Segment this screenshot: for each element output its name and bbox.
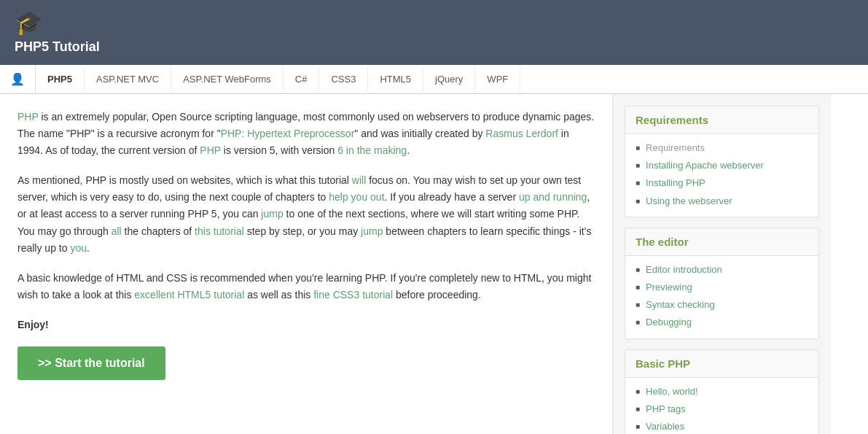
sidebar-link-php-tags: PHP tags [646,403,686,416]
php-link-2[interactable]: PHP: Hypertext Preprocessor [221,128,355,139]
user-icon[interactable]: 👤 [0,65,36,93]
list-item[interactable]: ■ Using the webserver [636,195,808,208]
list-item[interactable]: ■ Installing Apache webserver [636,159,808,172]
php6-link[interactable]: 6 in the making [337,144,407,156]
bullet-icon: ■ [636,283,640,291]
list-item[interactable]: ■ Variables [636,420,808,433]
bullet-icon: ■ [636,318,640,326]
list-item[interactable]: ■ Requirements [636,142,808,155]
sidebar-section-editor: The editor ■ Editor introduction ■ Previ… [625,228,819,339]
sidebar-link-editor-intro: Editor introduction [646,263,722,276]
sidebar-body-requirements: ■ Requirements ■ Installing Apache webse… [625,134,818,217]
sidebar-section-requirements: Requirements ■ Requirements ■ Installing… [625,106,819,217]
sidebar-link-hello-world: Hello, world! [646,385,698,398]
paragraph-3: A basic knowledge of HTML and CSS is rec… [17,270,595,303]
tab-csharp[interactable]: C# [284,66,320,92]
rasmus-link[interactable]: Rasmus Lerdorf [485,128,558,139]
enjoy-text: Enjoy! [17,317,595,333]
list-item[interactable]: ■ Syntax checking [636,298,808,311]
bullet-icon: ■ [636,197,640,205]
jump-link[interactable]: jump [261,208,283,220]
content-area: PHP is an extremely popular, Open Source… [0,94,612,434]
sidebar-header-basic-php: Basic PHP [625,350,818,378]
tab-jquery[interactable]: jQuery [423,66,475,92]
paragraph-2: As mentioned, PHP is mostly used on webs… [17,172,595,256]
graduation-cap-icon: 🎓 [15,9,44,36]
sidebar-header-editor: The editor [625,228,818,256]
bullet-icon: ■ [636,179,640,187]
jump2-link[interactable]: jump [361,225,383,237]
you-link[interactable]: you [70,242,87,254]
list-item[interactable]: ■ Hello, world! [636,385,808,398]
php-link-3[interactable]: PHP [200,144,221,156]
tab-aspnet-mvc[interactable]: ASP.NET MVC [85,66,171,92]
main-layout: PHP is an extremely popular, Open Source… [0,94,868,434]
sidebar-link-requirements: Requirements [646,142,705,155]
php-link-1[interactable]: PHP [17,111,39,123]
site-title: PHP5 Tutorial [15,39,100,55]
sidebar-link-webserver: Using the webserver [646,195,732,208]
sidebar-link-php-install: Installing PHP [646,177,705,190]
bullet-icon: ■ [636,144,640,152]
paragraph-1: PHP is an extremely popular, Open Source… [17,109,595,159]
list-item[interactable]: ■ Installing PHP [636,177,808,190]
will-link[interactable]: will [352,174,366,186]
list-item[interactable]: ■ Debugging [636,316,808,329]
bullet-icon: ■ [636,422,640,430]
css3-tutorial-link[interactable]: fine CSS3 tutorial [313,289,393,301]
sidebar-header-requirements: Requirements [625,106,818,134]
tab-aspnet-webforms[interactable]: ASP.NET WebForms [171,66,284,92]
help-link[interactable]: help you out [329,191,384,203]
bullet-icon: ■ [636,161,640,169]
tab-html5[interactable]: HTML5 [368,66,423,92]
html5-tutorial-link[interactable]: excellent HTML5 tutorial [134,289,244,301]
sidebar-body-editor: ■ Editor introduction ■ Previewing ■ Syn… [625,256,818,338]
bullet-icon: ■ [636,301,640,309]
sidebar-link-apache: Installing Apache webserver [646,159,764,172]
all-link[interactable]: all [112,225,122,237]
list-item[interactable]: ■ PHP tags [636,403,808,416]
up-link[interactable]: up and running [519,191,587,203]
list-item[interactable]: ■ Editor introduction [636,263,808,276]
header: 🎓 PHP5 Tutorial [0,0,868,65]
sidebar-link-debugging: Debugging [646,316,692,329]
tab-wpf[interactable]: WPF [475,66,520,92]
tutorial-link[interactable]: this tutorial [195,225,244,237]
tab-php5[interactable]: PHP5 [36,66,85,93]
sidebar-body-basic-php: ■ Hello, world! ■ PHP tags ■ Variables ■… [625,378,818,435]
sidebar-section-basic-php: Basic PHP ■ Hello, world! ■ PHP tags ■ V… [625,349,819,435]
list-item[interactable]: ■ Previewing [636,281,808,294]
tab-css3[interactable]: CSS3 [319,66,368,92]
sidebar-link-variables: Variables [646,420,684,433]
nav-bar: 👤 PHP5 ASP.NET MVC ASP.NET WebForms C# C… [0,65,868,94]
bullet-icon: ■ [636,387,640,395]
sidebar-link-previewing: Previewing [646,281,692,294]
sidebar-link-syntax: Syntax checking [646,298,715,311]
sidebar: Requirements ■ Requirements ■ Installing… [612,94,831,434]
bullet-icon: ■ [636,405,640,413]
bullet-icon: ■ [636,266,640,274]
start-tutorial-button[interactable]: >> Start the tutorial [17,346,165,380]
